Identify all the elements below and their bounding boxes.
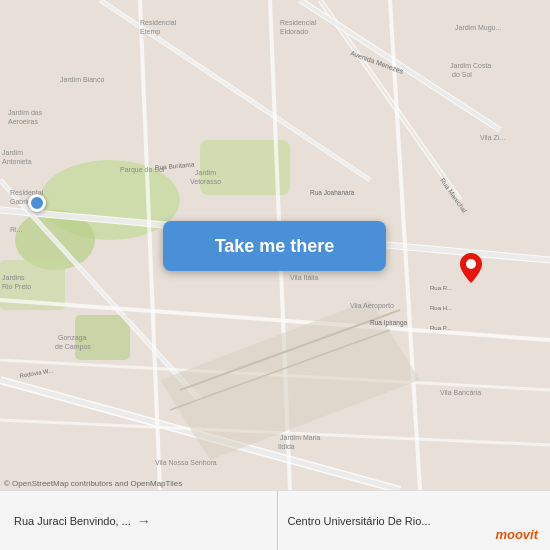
svg-text:Jardim Bianco: Jardim Bianco: [60, 76, 104, 83]
arrow-icon: →: [137, 513, 151, 529]
svg-text:Ildida: Ildida: [278, 443, 295, 450]
svg-text:Gonzaga: Gonzaga: [58, 334, 87, 342]
svg-text:Vila Itália: Vila Itália: [290, 274, 318, 281]
svg-text:Eldorado: Eldorado: [280, 28, 308, 35]
svg-text:Vila Nossa Senhora: Vila Nossa Senhora: [155, 459, 217, 466]
svg-point-65: [466, 259, 476, 269]
svg-text:Aeroeiras: Aeroeiras: [8, 118, 38, 125]
svg-text:Jardim das: Jardim das: [8, 109, 43, 116]
footer-dest-text: Centro Universitário De Rio...: [288, 515, 431, 527]
svg-text:do Sol: do Sol: [452, 71, 472, 78]
svg-text:Jardim Costa: Jardim Costa: [450, 62, 491, 69]
map-view: Avenida Menezes Rua Buritama Rua Joahana…: [0, 0, 550, 490]
svg-text:Residencial: Residencial: [140, 19, 177, 26]
moovit-logo: moovit: [495, 527, 538, 542]
svg-text:Rua H...: Rua H...: [430, 305, 452, 311]
svg-text:Jardim Mugu...: Jardim Mugu...: [455, 24, 501, 32]
map-attribution: © OpenStreetMap contributors and OpenMap…: [4, 479, 182, 488]
svg-text:Vila Aeroporto: Vila Aeroporto: [350, 302, 394, 310]
svg-text:Jardim Maria: Jardim Maria: [280, 434, 321, 441]
svg-text:Jardim: Jardim: [195, 169, 216, 176]
svg-text:Parque do Sol: Parque do Sol: [120, 166, 165, 174]
footer-bar: Rua Juraci Benvindo, ... → Centro Univer…: [0, 490, 550, 550]
svg-text:Vetorasso: Vetorasso: [190, 178, 221, 185]
svg-text:de Campos: de Campos: [55, 343, 91, 351]
svg-text:Vila Bancária: Vila Bancária: [440, 389, 481, 396]
svg-text:Etemp: Etemp: [140, 28, 160, 36]
svg-text:Rua Ipiranga: Rua Ipiranga: [370, 319, 408, 327]
footer-origin-text: Rua Juraci Benvindo, ...: [14, 515, 131, 527]
moovit-label: moovit: [495, 527, 538, 542]
svg-text:Rua P...: Rua P...: [430, 325, 451, 331]
svg-text:Jardins: Jardins: [2, 274, 25, 281]
svg-text:Rua R...: Rua R...: [430, 285, 452, 291]
svg-text:Antonieta: Antonieta: [2, 158, 32, 165]
svg-text:Jardim: Jardim: [2, 149, 23, 156]
svg-text:Vila Zi...: Vila Zi...: [480, 134, 505, 141]
footer-origin[interactable]: Rua Juraci Benvindo, ... →: [0, 491, 278, 550]
take-me-there-button[interactable]: Take me there: [163, 221, 386, 271]
origin-marker: [28, 194, 46, 212]
svg-text:Rua Joahanara: Rua Joahanara: [310, 189, 355, 196]
svg-text:Residencial: Residencial: [280, 19, 317, 26]
svg-text:Ri...: Ri...: [10, 226, 23, 233]
destination-marker: [460, 253, 482, 283]
svg-text:Rio Preto: Rio Preto: [2, 283, 31, 290]
